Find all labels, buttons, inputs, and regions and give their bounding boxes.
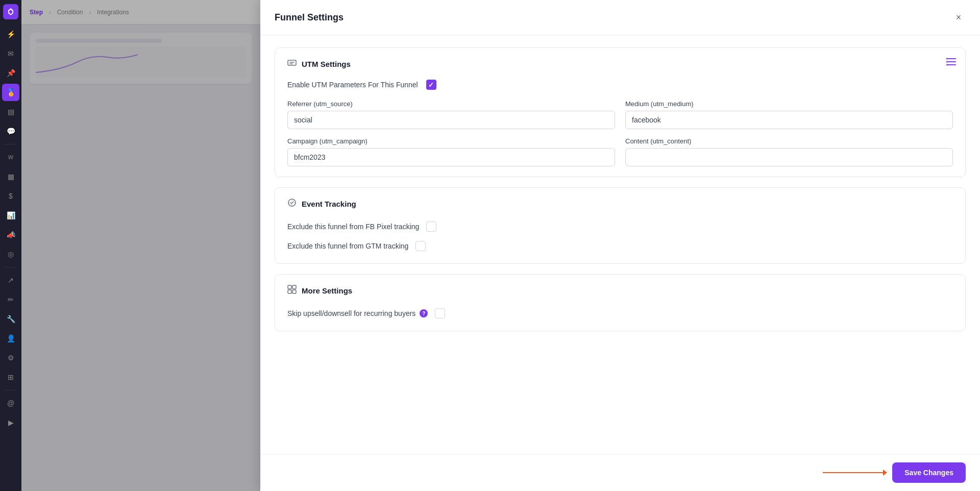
close-button[interactable]: ×: [951, 10, 966, 24]
sidebar-item-layers[interactable]: ▤: [2, 103, 19, 120]
svg-rect-10: [288, 290, 291, 293]
modal-header: Funnel Settings ×: [260, 0, 980, 35]
campaign-input[interactable]: [287, 148, 615, 166]
funnel-settings-modal: Funnel Settings ×: [260, 0, 980, 491]
sidebar-item-circle-dollar[interactable]: ◎: [2, 245, 19, 263]
sidebar-item-layout[interactable]: ▦: [2, 168, 19, 185]
event-tracking-section: Event Tracking Exclude this funnel from …: [275, 187, 966, 264]
svg-rect-0: [947, 58, 956, 59]
more-settings-icon: [287, 285, 297, 296]
sidebar-divider-2: [5, 267, 17, 267]
sidebar-item-play[interactable]: ▶: [2, 414, 19, 431]
fb-pixel-label: Exclude this funnel from FB Pixel tracki…: [287, 223, 419, 231]
utm-settings-section: UTM Settings Enable UTM Parameters For T…: [275, 47, 966, 177]
sidebar-item-dashboard[interactable]: ⚡: [2, 26, 19, 43]
modal-title: Funnel Settings: [275, 12, 344, 23]
medium-input[interactable]: [625, 111, 953, 129]
campaign-field-group: Campaign (utm_campaign): [287, 137, 615, 166]
content-field-group: Content (utm_content): [625, 137, 953, 166]
svg-rect-3: [946, 58, 948, 60]
sidebar-item-grid[interactable]: ⊞: [2, 369, 19, 386]
gtm-label: Exclude this funnel from GTM tracking: [287, 242, 408, 250]
svg-rect-1: [947, 61, 956, 62]
referrer-field-group: Referrer (utm_source): [287, 100, 615, 129]
more-settings-section: More Settings Skip upsell/downsell for r…: [275, 274, 966, 331]
skip-upsell-row: Skip upsell/downsell for recurring buyer…: [287, 306, 953, 321]
sidebar-item-user[interactable]: 👤: [2, 330, 19, 347]
arrow-line: [823, 472, 884, 473]
utm-icon: [287, 58, 297, 69]
sidebar-item-share[interactable]: ↗: [2, 272, 19, 289]
sidebar-logo[interactable]: [3, 4, 18, 19]
more-settings-header: More Settings: [287, 285, 953, 296]
medium-label: Medium (utm_medium): [625, 100, 953, 108]
svg-rect-2: [947, 64, 956, 65]
svg-rect-11: [292, 290, 296, 293]
svg-rect-5: [946, 64, 948, 66]
sidebar-item-mail[interactable]: ✉: [2, 45, 19, 62]
medium-field-group: Medium (utm_medium): [625, 100, 953, 129]
sidebar-item-pin[interactable]: 📌: [2, 64, 19, 82]
fb-pixel-row: Exclude this funnel from FB Pixel tracki…: [287, 219, 953, 234]
fb-pixel-checkbox[interactable]: [426, 222, 436, 232]
sidebar-item-chart[interactable]: 📊: [2, 207, 19, 224]
skip-upsell-help-icon[interactable]: ?: [420, 309, 428, 317]
sidebar-item-edit[interactable]: ✏: [2, 291, 19, 308]
utm-enable-label: Enable UTM Parameters For This Funnel: [287, 81, 418, 89]
modal-body: UTM Settings Enable UTM Parameters For T…: [260, 35, 980, 454]
list-view-icon[interactable]: [946, 56, 957, 69]
gtm-row: Exclude this funnel from GTM tracking: [287, 239, 953, 253]
arrow-indicator: [823, 472, 884, 473]
utm-section-title: UTM Settings: [302, 60, 351, 68]
more-settings-title: More Settings: [302, 286, 352, 295]
sidebar-item-settings[interactable]: ⚙: [2, 349, 19, 366]
utm-section-header: UTM Settings: [287, 58, 953, 69]
sidebar-item-badge[interactable]: 🏅: [2, 84, 19, 101]
sidebar-item-at[interactable]: @: [2, 395, 19, 412]
utm-enable-row: Enable UTM Parameters For This Funnel: [287, 80, 953, 90]
event-tracking-icon: [287, 198, 297, 209]
content-label: Content (utm_content): [625, 137, 953, 145]
skip-upsell-checkbox[interactable]: [435, 308, 445, 318]
sidebar-divider-3: [5, 390, 17, 390]
sidebar-item-megaphone[interactable]: 📣: [2, 226, 19, 243]
content-input[interactable]: [625, 148, 953, 166]
event-tracking-title: Event Tracking: [302, 200, 356, 208]
referrer-label: Referrer (utm_source): [287, 100, 615, 108]
utm-enable-checkbox[interactable]: [426, 80, 436, 90]
sidebar-item-feedback[interactable]: 💬: [2, 122, 19, 140]
referrer-input[interactable]: [287, 111, 615, 129]
svg-rect-9: [292, 285, 296, 289]
sidebar-item-tool[interactable]: 🔧: [2, 310, 19, 328]
save-changes-button[interactable]: Save Changes: [892, 462, 966, 483]
svg-rect-6: [288, 60, 296, 65]
campaign-label: Campaign (utm_campaign): [287, 137, 615, 145]
skip-upsell-label: Skip upsell/downsell for recurring buyer…: [287, 309, 428, 317]
utm-fields-grid: Referrer (utm_source) Medium (utm_medium…: [287, 100, 953, 166]
svg-rect-4: [946, 61, 948, 63]
gtm-checkbox[interactable]: [415, 241, 426, 251]
sidebar-divider-1: [5, 144, 17, 144]
sidebar: ⚡ ✉ 📌 🏅 ▤ 💬 W ▦ $ 📊 📣 ◎ ↗ ✏ 🔧 👤 ⚙ ⊞ @ ▶: [0, 0, 21, 491]
svg-rect-8: [288, 285, 291, 289]
event-tracking-header: Event Tracking: [287, 198, 953, 209]
sidebar-item-wm[interactable]: W: [2, 149, 19, 166]
sidebar-item-dollar[interactable]: $: [2, 187, 19, 205]
modal-footer: Save Changes: [260, 454, 980, 491]
